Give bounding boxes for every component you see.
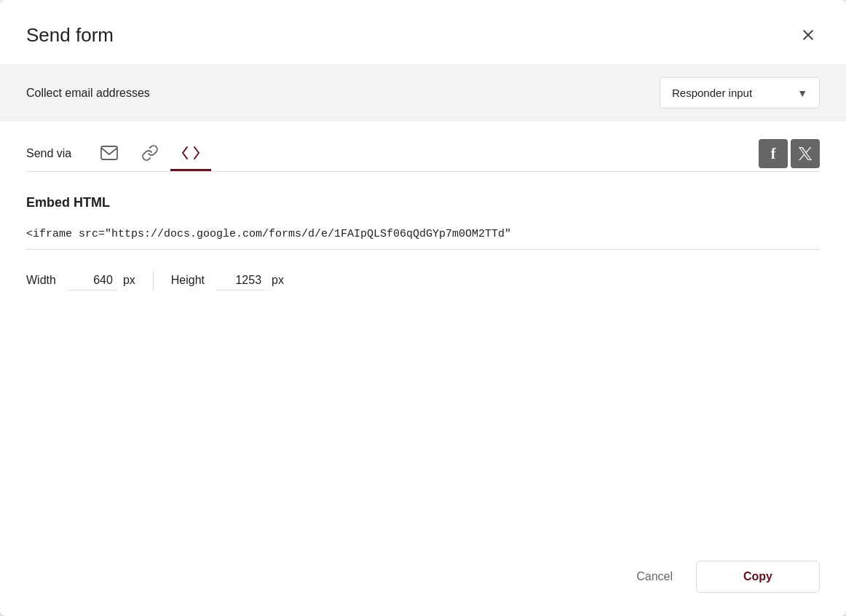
- svg-rect-0: [101, 146, 117, 159]
- embed-code: <iframe src="https://docs.google.com/for…: [26, 228, 820, 240]
- width-input[interactable]: [68, 271, 117, 291]
- dialog-title: Send form: [26, 24, 114, 47]
- height-unit: px: [272, 274, 284, 287]
- twitter-icon: [799, 147, 812, 160]
- social-icons: f: [759, 139, 820, 168]
- send-via-row: Send via: [26, 136, 820, 171]
- tab-email[interactable]: [89, 136, 130, 171]
- dialog-footer: Cancel Copy: [0, 549, 846, 616]
- facebook-button[interactable]: f: [759, 139, 788, 168]
- embed-section: Embed HTML <iframe src="https://docs.goo…: [0, 172, 846, 549]
- height-label: Height: [171, 274, 205, 287]
- width-input-wrap: px: [68, 271, 135, 291]
- dimension-separator: [153, 270, 154, 291]
- dropdown-value: Responder input: [672, 87, 752, 99]
- link-icon: [141, 144, 159, 162]
- close-button[interactable]: [794, 20, 823, 50]
- copy-button[interactable]: Copy: [696, 561, 820, 593]
- send-form-dialog: Send form Collect email addresses Respon…: [0, 0, 846, 616]
- dialog-header: Send form: [0, 0, 846, 64]
- send-via-section: Send via: [0, 122, 846, 172]
- height-input-wrap: px: [216, 271, 284, 291]
- cancel-button[interactable]: Cancel: [622, 561, 687, 592]
- height-input[interactable]: [216, 271, 266, 291]
- tab-embed[interactable]: [170, 136, 211, 171]
- width-label: Width: [26, 274, 56, 287]
- responder-input-dropdown[interactable]: Responder input ▼: [660, 77, 820, 108]
- embed-code-row: <iframe src="https://docs.google.com/for…: [26, 228, 820, 250]
- collect-email-label: Collect email addresses: [26, 87, 150, 100]
- embed-title: Embed HTML: [26, 195, 820, 210]
- tab-link[interactable]: [130, 136, 170, 171]
- twitter-button[interactable]: [791, 139, 820, 168]
- embed-icon: [181, 146, 200, 160]
- send-tabs: [89, 136, 759, 171]
- collect-email-row: Collect email addresses Responder input …: [0, 64, 846, 122]
- send-via-label: Send via: [26, 147, 71, 160]
- chevron-down-icon: ▼: [797, 87, 807, 99]
- dimensions-row: Width px Height px: [26, 270, 820, 291]
- width-unit: px: [123, 274, 135, 287]
- close-icon: [799, 26, 817, 44]
- email-icon: [100, 146, 118, 160]
